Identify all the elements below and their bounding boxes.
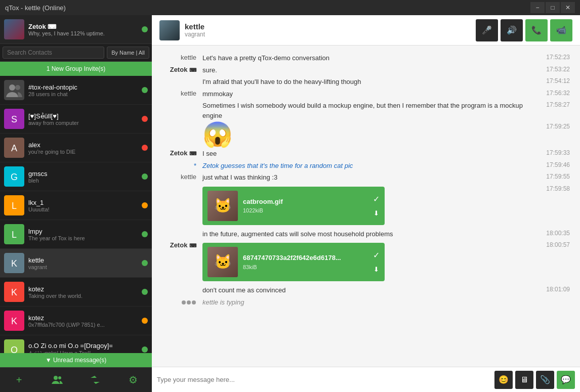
typing-text: kettle is typing <box>202 298 244 306</box>
message-time: 18:01:09 <box>529 285 570 293</box>
minimize-button[interactable]: − <box>530 2 545 13</box>
file-name-2: 68747470733a2f2f642e6d6178... <box>243 253 368 263</box>
contact-name: kotez <box>28 285 138 293</box>
contact-item-gmscs[interactable]: G gmscs bleh <box>0 162 152 191</box>
video-call-button[interactable]: 📹 <box>550 19 572 41</box>
message-input[interactable] <box>157 376 492 383</box>
message-content: I'm afraid that you'll have to do the he… <box>202 77 529 87</box>
message-sender <box>162 122 202 123</box>
volume-button[interactable]: 🔊 <box>501 19 523 41</box>
add-friend-button[interactable]: + <box>9 372 29 388</box>
file-thumbnail: 🐱 <box>208 191 238 221</box>
contact-item-o.O-Zi-o.o-mi-O.o-=[Dragoy]=[interactable]: O o.O Zi o.o mi O.o =[Dragoy]= もジンpoks! … <box>0 335 152 353</box>
svg-text:K: K <box>11 316 17 326</box>
message-row: 🐱 catbroom.gif 1022kiB ✓ ⬇ 17:59:58 <box>162 185 570 227</box>
file-status: ✓ ⬇ <box>373 193 380 219</box>
sidebar-bottom: + ⚙ <box>0 367 152 392</box>
settings-button[interactable]: ⚙ <box>123 372 143 388</box>
chat-contact-name: kettle <box>185 22 471 31</box>
keyboard-icon: ⌨ <box>189 67 196 73</box>
attachment-button[interactable]: 📎 <box>536 371 554 389</box>
message-sender <box>162 185 202 185</box>
message-row: kettle just what I was thinking :3 17:59… <box>162 172 570 183</box>
emoji-button[interactable]: 😊 <box>494 371 513 389</box>
my-avatar <box>4 19 24 39</box>
svg-text:A: A <box>11 143 17 153</box>
main-layout: Zetok ⌨ Why, yes, I have 112% uptime. By… <box>0 15 580 392</box>
file-download-icon: ⬇ <box>374 208 379 219</box>
svg-text:K: K <box>11 287 17 297</box>
transfer-button[interactable] <box>85 372 105 388</box>
message-text: Sometimes I wish somebody would build a … <box>202 102 523 119</box>
contact-item-#tox-real-ontopic[interactable]: #tox-real-ontopic 28 users in chat <box>0 76 152 105</box>
action-content: Zetok guesses that it's the time for a r… <box>202 161 529 171</box>
close-button[interactable]: ✕ <box>561 2 575 13</box>
contact-item-alex[interactable]: A alex you're going to DIE <box>0 134 152 162</box>
messages-area[interactable]: kettle Let's have a pretty qTox-demo con… <box>152 46 580 367</box>
message-row: Zetok ⌨ 🐱 68747470733a2f2f642e6d6178... … <box>162 241 570 283</box>
screen-share-button[interactable]: 🖥 <box>515 371 533 389</box>
contact-info: gmscs bleh <box>28 170 138 184</box>
file-status-2: ✓ ⬇ <box>373 249 380 275</box>
contact-name: o.O Zi o.o mi O.o =[Dragoy]= <box>28 342 138 350</box>
chat-area: kettle vagrant 🎤 🔊 📞 📹 kettle Let's have… <box>152 15 580 392</box>
sidebar: Zetok ⌨ Why, yes, I have 112% uptime. By… <box>0 15 152 392</box>
sender-name: kettle <box>181 54 196 61</box>
contact-item-kotez[interactable]: K kotez Taking over the world. <box>0 278 152 307</box>
contact-avatar: K <box>4 311 24 331</box>
file-transfer[interactable]: 🐱 catbroom.gif 1022kiB ✓ ⬇ <box>202 187 385 225</box>
contact-info: o.O Zi o.o mi O.o =[Dragoy]= もジンpoks! Ha… <box>28 342 138 353</box>
search-input[interactable] <box>3 47 104 59</box>
maximize-button[interactable]: □ <box>546 2 560 13</box>
mute-button[interactable]: 🎤 <box>476 19 498 41</box>
contact-item-lmpy[interactable]: L lmpy The year of Tox is here <box>0 220 152 249</box>
chat-contact-info: kettle vagrant <box>185 22 471 38</box>
group-chat-button[interactable] <box>47 372 67 388</box>
message-sender: kettle <box>162 53 202 61</box>
contact-status-dot <box>142 145 148 151</box>
contact-item-kettle[interactable]: K kettle vagrant <box>0 249 152 278</box>
contact-info: kotez Taking over the world. <box>28 285 138 299</box>
contact-info: #tox-real-ontopic 28 users in chat <box>28 83 138 97</box>
message-content: I see <box>202 149 529 159</box>
svg-text:L: L <box>12 230 17 240</box>
message-row: I'm afraid that you'll have to do the he… <box>162 77 570 87</box>
contact-item-lkx_1[interactable]: L lkx_1 Uuuutta! <box>0 191 152 220</box>
contact-name: gmscs <box>28 170 138 178</box>
message-time: 17:58:27 <box>529 101 570 108</box>
contact-name: #tox-real-ontopic <box>28 83 138 91</box>
message-content: mmmokay <box>202 89 529 99</box>
call-button[interactable]: 📞 <box>525 19 548 41</box>
message-text: don't count me as convinced <box>202 286 285 294</box>
message-row: Zetok ⌨ sure. 17:53:22 <box>162 65 570 75</box>
message-content: just what I was thinking :3 <box>202 172 529 183</box>
contact-avatar <box>4 80 24 100</box>
sort-button[interactable]: By Name | All <box>107 47 149 59</box>
contact-status: 0x7fffda7fc700 (LWP 7851) e... <box>28 322 138 328</box>
contact-avatar: K <box>4 282 24 302</box>
contact-status: away from computer <box>28 120 138 126</box>
contact-status-dot <box>142 231 148 237</box>
file-size: 1022kiB <box>243 206 368 215</box>
contact-item-[♥]Sẻüll[♥][interactable]: S [♥]Sẻüll[♥] away from computer <box>0 105 152 134</box>
file-info: catbroom.gif 1022kiB <box>243 197 368 215</box>
contact-status: もジンpoks! Have a Tox!! <box>28 350 138 353</box>
message-content: Let's have a pretty qTox-demo conversati… <box>202 53 529 63</box>
sender-name: Zetok ⌨ <box>170 66 196 73</box>
chat-header: kettle vagrant 🎤 🔊 📞 📹 <box>152 15 580 46</box>
contact-name: kettle <box>28 256 138 264</box>
message-sender <box>162 101 202 101</box>
file-check-icon-2: ✓ <box>373 249 380 262</box>
message-time: 18:00:57 <box>529 241 570 248</box>
file-thumbnail-2: 🐱 <box>208 247 238 277</box>
message-time: 17:56:32 <box>529 89 570 97</box>
svg-text:G: G <box>11 172 18 182</box>
file-check-icon: ✓ <box>373 193 380 205</box>
contact-item-kotez[interactable]: K kotez 0x7fffda7fc700 (LWP 7851) e... <box>0 307 152 335</box>
message-sender: kettle <box>162 89 202 97</box>
group-invite-button[interactable]: 1 New Group Invite(s) <box>0 62 152 76</box>
message-content: 😱 <box>202 122 529 147</box>
unread-messages-button[interactable]: ▼ Unread message(s) <box>0 353 152 367</box>
file-transfer-2[interactable]: 🐱 68747470733a2f2f642e6d6178... 83kiB ✓ … <box>202 243 385 281</box>
send-button[interactable]: 💬 <box>557 371 575 389</box>
